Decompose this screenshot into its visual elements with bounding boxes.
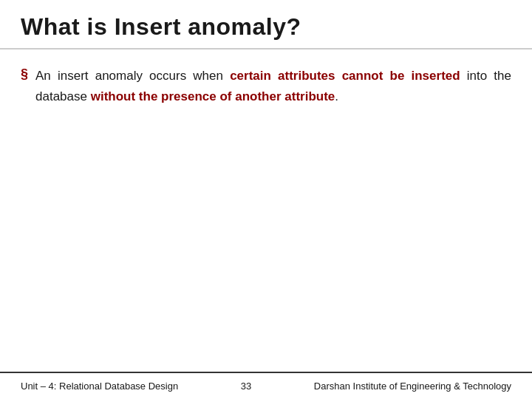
bullet-text-plain: An insert anomaly occurs when — [35, 69, 230, 83]
footer-left: Unit – 4: Relational Database Design — [21, 381, 178, 392]
bullet-item: § An insert anomaly occurs when certain … — [21, 66, 511, 107]
bullet-marker: § — [21, 66, 28, 82]
slide-header: What is Insert anomaly? — [0, 0, 532, 50]
slide-content: § An insert anomaly occurs when certain … — [0, 50, 532, 372]
slide: What is Insert anomaly? § An insert anom… — [0, 0, 532, 399]
slide-footer: Unit – 4: Relational Database Design 33 … — [0, 372, 532, 399]
slide-title: What is Insert anomaly? — [21, 13, 511, 41]
bullet-text-bold-2: without the presence of another attribut… — [91, 89, 335, 103]
footer-right: Darshan Institute of Engineering & Techn… — [314, 381, 511, 392]
footer-center: 33 — [241, 381, 251, 392]
bullet-text: An insert anomaly occurs when certain at… — [35, 66, 511, 107]
bullet-text-end: . — [335, 89, 338, 103]
bullet-text-bold-1: certain attributes cannot be inserted — [230, 69, 460, 83]
